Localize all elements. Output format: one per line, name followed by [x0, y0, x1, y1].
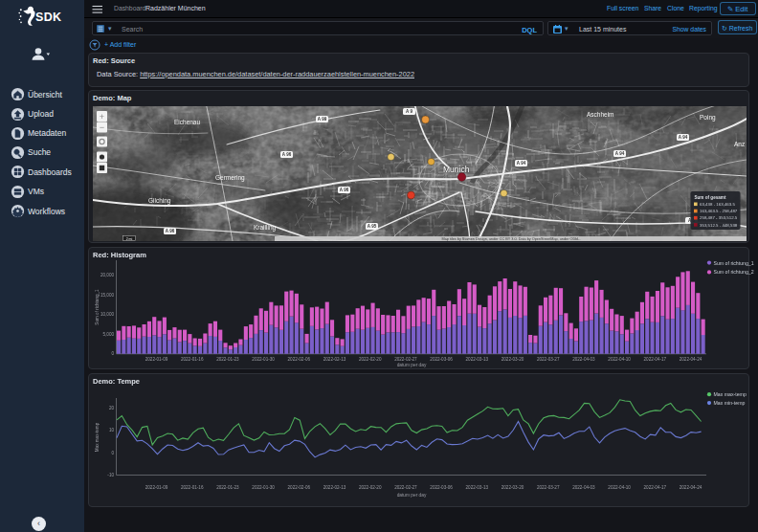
svg-text:2022-01-23: 2022-01-23 [216, 485, 239, 490]
svg-text:2022-03-13: 2022-03-13 [466, 357, 489, 362]
svg-text:+: + [100, 112, 104, 122]
svg-text:2022-03-06: 2022-03-06 [430, 357, 453, 362]
svg-text:Sum of richtung_1: Sum of richtung_1 [95, 289, 100, 325]
svg-text:Eichenau: Eichenau [174, 119, 200, 125]
svg-text:2022-02-06: 2022-02-06 [288, 485, 311, 490]
svg-text:2022-04-24: 2022-04-24 [680, 357, 702, 362]
svg-text:SDK: SDK [35, 11, 61, 24]
svg-text:2022-04-10: 2022-04-10 [608, 357, 631, 362]
svg-text:Germering: Germering [215, 174, 245, 182]
svg-text:Sum of richtung_1: Sum of richtung_1 [714, 260, 754, 266]
svg-text:2022-03-06: 2022-03-06 [430, 485, 453, 490]
svg-text:2022-03-13: 2022-03-13 [466, 485, 489, 490]
svg-text:20,000: 20,000 [100, 273, 114, 277]
svg-text:datum per day: datum per day [397, 363, 427, 367]
svg-text:A 94: A 94 [679, 135, 688, 140]
svg-text:Munich: Munich [443, 165, 470, 174]
svg-text:Map tiles by Stamen Design, un: Map tiles by Stamen Design, under CC BY … [442, 237, 581, 241]
svg-text:Max max-temp: Max max-temp [95, 422, 100, 452]
svg-text:0: 0 [111, 351, 114, 356]
svg-text:2022-04-17: 2022-04-17 [644, 357, 667, 362]
svg-text:A 94: A 94 [517, 161, 526, 166]
svg-text:2022-04-03: 2022-04-03 [572, 357, 595, 362]
svg-text:2022-04-10: 2022-04-10 [608, 485, 631, 490]
svg-text:2022-02-20: 2022-02-20 [359, 485, 382, 490]
svg-text:2022-04-17: 2022-04-17 [644, 485, 667, 490]
svg-text:A 94: A 94 [615, 151, 625, 156]
svg-text:2022-01-30: 2022-01-30 [252, 485, 275, 490]
svg-text:63,438 - 163,463.5: 63,438 - 163,463.5 [700, 202, 735, 207]
svg-text:Anz: Anz [734, 141, 745, 147]
svg-text:15,000: 15,000 [100, 293, 114, 298]
svg-text:−: − [100, 122, 104, 132]
svg-text:5,000: 5,000 [103, 332, 115, 337]
svg-text:2022-01-30: 2022-01-30 [252, 357, 275, 362]
svg-text:2022-02-13: 2022-02-13 [323, 485, 346, 490]
svg-text:2022-02-27: 2022-02-27 [394, 485, 417, 490]
svg-text:2022-02-20: 2022-02-20 [359, 357, 382, 362]
svg-text:datum per day: datum per day [397, 493, 427, 498]
svg-text:2022-02-27: 2022-02-27 [394, 357, 417, 362]
svg-text:2022-02-06: 2022-02-06 [288, 357, 311, 362]
svg-text:A 95: A 95 [368, 224, 377, 229]
svg-text:2022-02-13: 2022-02-13 [323, 357, 346, 362]
svg-text:2022-03-27: 2022-03-27 [537, 357, 560, 362]
svg-text:2022-03-27: 2022-03-27 [537, 485, 560, 490]
svg-text:A 96: A 96 [282, 152, 292, 157]
svg-text:2022-03-20: 2022-03-20 [502, 485, 524, 490]
svg-text:2022-01-16: 2022-01-16 [181, 485, 204, 490]
svg-text:2022-04-24: 2022-04-24 [680, 485, 702, 490]
svg-text:2 mi: 2 mi [126, 237, 133, 241]
svg-text:Poing: Poing [700, 114, 716, 122]
svg-text:Sum of gesamt: Sum of gesamt [695, 195, 726, 200]
svg-text:Gilching: Gilching [148, 197, 171, 205]
svg-text:A 99: A 99 [318, 117, 327, 122]
svg-text:A 96: A 96 [166, 229, 175, 233]
svg-text:163,463.5 - 258,487: 163,463.5 - 258,487 [700, 209, 738, 213]
svg-text:2022-01-09: 2022-01-09 [145, 357, 168, 362]
svg-text:0: 0 [111, 451, 114, 455]
svg-text:20: 20 [109, 406, 115, 410]
svg-text:2022-04-03: 2022-04-03 [572, 485, 595, 490]
svg-text:2022-01-09: 2022-01-09 [145, 485, 168, 490]
svg-text:2022-03-20: 2022-03-20 [502, 357, 524, 362]
svg-text:Aschheim: Aschheim [587, 111, 614, 118]
svg-text:Max min-temp: Max min-temp [714, 400, 746, 406]
svg-text:10,000: 10,000 [100, 312, 114, 317]
svg-text:353,512.5 - 448,538: 353,512.5 - 448,538 [700, 223, 738, 228]
svg-text:Sum of richtung_2: Sum of richtung_2 [714, 269, 754, 275]
svg-text:2022-01-16: 2022-01-16 [181, 357, 204, 362]
svg-text:A 96: A 96 [340, 188, 349, 192]
svg-text:A 9: A 9 [406, 109, 412, 114]
svg-text:2022-01-23: 2022-01-23 [216, 357, 239, 362]
svg-text:-10: -10 [107, 473, 114, 477]
svg-text:Max max-temp: Max max-temp [714, 391, 747, 397]
svg-text:258,487 - 353,512.5: 258,487 - 353,512.5 [700, 215, 738, 220]
svg-text:10: 10 [109, 428, 115, 432]
svg-text:Krailling: Krailling [254, 224, 277, 232]
